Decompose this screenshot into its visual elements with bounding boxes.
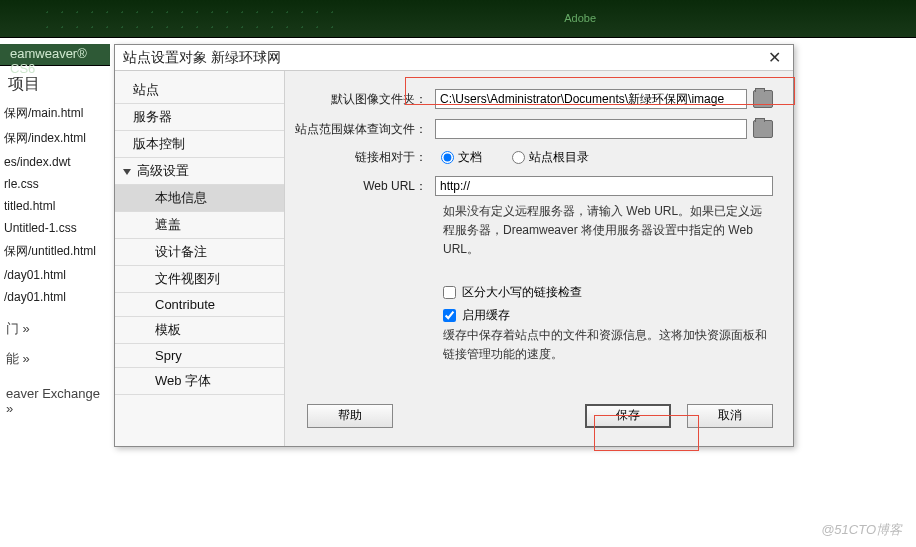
weburl-input[interactable] (435, 176, 773, 196)
chk-case-sensitive[interactable] (443, 286, 456, 299)
left-link[interactable]: 能 » (0, 344, 113, 374)
chk-case-label: 区分大小写的链接检查 (462, 285, 582, 299)
file-item[interactable]: es/index.dwt (0, 151, 113, 173)
cache-hint: 缓存中保存着站点中的文件和资源信息。这将加快资源面板和链接管理功能的速度。 (443, 326, 773, 364)
adobe-label: Adobe (564, 12, 596, 24)
radio-document-label: 文档 (458, 149, 482, 166)
radio-document[interactable] (441, 151, 454, 164)
help-button[interactable]: 帮助 (307, 404, 393, 428)
browse-folder-icon[interactable] (753, 90, 773, 108)
media-query-input[interactable] (435, 119, 747, 139)
media-query-label: 站点范围媒体查询文件： (295, 121, 435, 138)
nav-cloak[interactable]: 遮盖 (115, 212, 284, 239)
nav-local-info[interactable]: 本地信息 (115, 185, 284, 212)
radio-siteroot-label: 站点根目录 (529, 149, 589, 166)
save-button[interactable]: 保存 (585, 404, 671, 428)
browse-folder-icon[interactable] (753, 120, 773, 138)
chevron-down-icon (123, 169, 131, 175)
file-item[interactable]: Untitled-1.css (0, 217, 113, 239)
exchange-link[interactable]: eaver Exchange » (0, 380, 113, 422)
nav-contribute[interactable]: Contribute (115, 293, 284, 317)
radio-siteroot[interactable] (512, 151, 525, 164)
file-item[interactable]: rle.css (0, 173, 113, 195)
nav-template[interactable]: 模板 (115, 317, 284, 344)
close-icon[interactable]: ✕ (764, 48, 785, 67)
file-item[interactable]: 保网/index.html (0, 126, 113, 151)
dialog-nav: 站点 服务器 版本控制 高级设置 本地信息 遮盖 设计备注 文件视图列 Cont… (115, 71, 285, 446)
img-folder-input[interactable] (435, 89, 747, 109)
weburl-label: Web URL： (295, 178, 435, 195)
app-brand: eamweaver® CS6 (0, 44, 110, 66)
file-item[interactable]: 保网/main.html (0, 101, 113, 126)
site-settings-dialog: 站点设置对象 新绿环球网 ✕ 站点 服务器 版本控制 高级设置 本地信息 遮盖 … (114, 44, 794, 447)
img-folder-label: 默认图像文件夹： (295, 91, 435, 108)
nav-design-notes[interactable]: 设计备注 (115, 239, 284, 266)
file-item[interactable]: /day01.html (0, 286, 113, 308)
cancel-button[interactable]: 取消 (687, 404, 773, 428)
left-link[interactable]: 门 » (0, 314, 113, 344)
file-item[interactable]: 保网/untitled.html (0, 239, 113, 264)
nav-version[interactable]: 版本控制 (115, 131, 284, 158)
file-item[interactable]: titled.html (0, 195, 113, 217)
nav-file-view[interactable]: 文件视图列 (115, 266, 284, 293)
nav-spry[interactable]: Spry (115, 344, 284, 368)
weburl-hint: 如果没有定义远程服务器，请输入 Web URL。如果已定义远程服务器，Dream… (443, 202, 773, 260)
file-item[interactable]: /day01.html (0, 264, 113, 286)
chk-cache-label: 启用缓存 (462, 308, 510, 322)
nav-advanced[interactable]: 高级设置 (115, 158, 284, 185)
nav-webfont[interactable]: Web 字体 (115, 368, 284, 395)
link-rel-label: 链接相对于： (295, 149, 435, 166)
watermark: @51CTO博客 (821, 521, 902, 539)
nav-site[interactable]: 站点 (115, 77, 284, 104)
nav-server[interactable]: 服务器 (115, 104, 284, 131)
chk-cache[interactable] (443, 309, 456, 322)
left-panel: 项目 保网/main.html 保网/index.html es/index.d… (0, 68, 113, 422)
left-heading: 项目 (0, 68, 113, 101)
dialog-title: 站点设置对象 新绿环球网 (123, 49, 281, 67)
